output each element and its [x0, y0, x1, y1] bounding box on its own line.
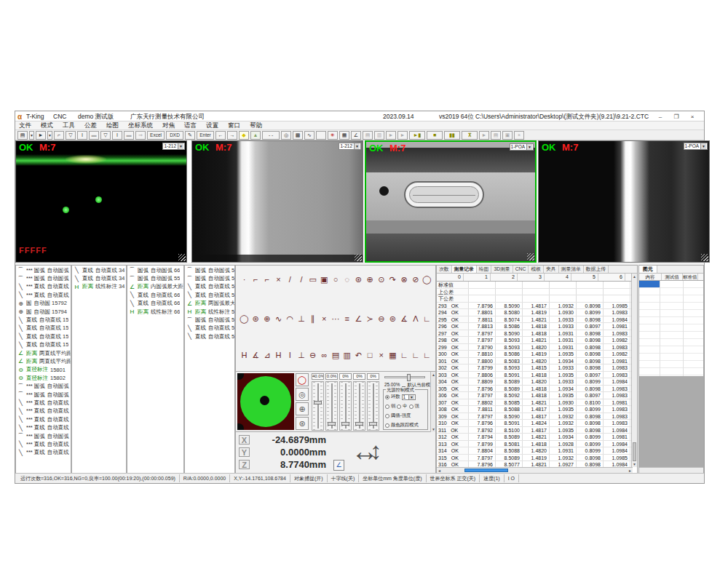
distance-tool[interactable]: H — [239, 350, 250, 361]
delete-tool[interactable]: × — [376, 350, 387, 361]
table-row[interactable]: 308OK 7.8811 8.5088 1.4817 1.0935 0.8099… — [437, 406, 633, 413]
depth-tool[interactable]: ⊥ — [296, 350, 306, 361]
calculator-tool[interactable]: ▦ — [387, 350, 398, 361]
height-tool[interactable]: H — [273, 350, 284, 361]
copy-tool[interactable]: ▥ — [341, 350, 352, 361]
list-button[interactable]: ▥ — [374, 131, 384, 140]
pause-button[interactable]: ▮▮ — [444, 131, 460, 140]
laser-button[interactable]: ✳ — [328, 131, 338, 140]
graph-button[interactable]: ∠ — [351, 131, 361, 140]
feature-item[interactable]: ╲ 直线 自动直线 55 — [185, 324, 234, 332]
table-tab[interactable]: 数据上传 — [584, 266, 609, 273]
curve-button[interactable]: ∿ — [304, 131, 314, 140]
feature-item[interactable]: ⊖ 直径标注 15801 — [16, 366, 71, 374]
camera2-lens-select[interactable]: 1-212▼ — [339, 143, 361, 150]
menu-item[interactable]: 对焦 — [162, 121, 175, 130]
ellipse2-tool[interactable]: ◯ — [239, 314, 250, 324]
feature-item[interactable]: ╲ 直线 自动直线 15 — [16, 316, 71, 324]
feature-item[interactable]: ╲ *** 直线 自动直线 — [16, 423, 71, 431]
dxd-export-button[interactable]: DXD — [166, 131, 183, 140]
menu-item[interactable]: 工具 — [63, 121, 75, 130]
probe-button[interactable]: ▽ — [66, 131, 76, 140]
vertex-angle-tool[interactable]: Λ — [410, 314, 421, 324]
undo-tool[interactable]: ↶ — [353, 350, 364, 361]
ring-count-select[interactable]: 1▼ — [402, 394, 416, 400]
feature-item[interactable]: ⌒ 圆弧 自动圆弧 55 — [185, 274, 234, 282]
resize-grip-icon[interactable] — [355, 254, 362, 261]
selected-cell[interactable] — [639, 281, 660, 287]
table-row[interactable]: 312OK 7.8794 8.5089 1.4821 1.0934 0.8099… — [437, 434, 633, 441]
feature-item[interactable]: ╲ *** 直线 自动直线 — [16, 399, 71, 407]
keyboard-tool[interactable]: ▤ — [331, 350, 341, 361]
ring-scan-tool[interactable]: ⊘ — [410, 274, 421, 285]
feature-item[interactable]: ╲ *** 直线 自动直线 — [16, 291, 71, 299]
threshold-option[interactable]: 阈值-强度 — [385, 412, 411, 419]
qr-code-button[interactable]: ▦ — [339, 131, 349, 140]
slope-tool[interactable]: ⊿ — [261, 350, 272, 361]
brightness-slider[interactable] — [384, 376, 425, 378]
table-tab[interactable]: 测量清单 — [559, 266, 584, 273]
feature-item[interactable]: ╲ *** 直线 自动直线 — [16, 283, 71, 291]
symmetry-tool[interactable]: ≻ — [365, 314, 376, 324]
table-tab[interactable]: 夹具 — [544, 266, 559, 273]
element-panel-body[interactable] — [639, 281, 703, 376]
table-row[interactable]: 下公差 — [437, 295, 633, 303]
circle-circle-tool[interactable]: ⊚ — [387, 314, 398, 324]
menu-item[interactable]: 绘图 — [106, 121, 119, 130]
ring-quadrant-button[interactable]: ⊕ — [296, 402, 309, 415]
curve-tool[interactable]: ∿ — [273, 314, 284, 324]
table-row[interactable]: 307OK 7.8802 8.5085 1.4821 1.0930 0.8100… — [437, 399, 633, 407]
ring-count-option[interactable]: 环数 1▼ — [385, 394, 416, 400]
radio-icon[interactable] — [385, 423, 389, 428]
image-button[interactable]: ▲ — [250, 131, 261, 140]
table-row[interactable]: 304OK 7.8809 8.5089 1.4820 1.0933 0.8099… — [437, 378, 633, 386]
table-row[interactable]: 315OK 7.8797 8.5089 1.4819 1.0932 0.8098… — [437, 455, 633, 462]
light-slider-track[interactable] — [339, 381, 352, 431]
angle2-tool[interactable]: ∡ — [399, 314, 410, 324]
dashed-circle-tool[interactable]: ◌ — [341, 274, 352, 285]
ring-inner-button[interactable]: ◎ — [296, 388, 309, 401]
line-tool[interactable]: / — [285, 274, 296, 285]
scrollbar-thumb[interactable] — [464, 469, 508, 472]
angle-mode-button[interactable]: ∠ — [333, 460, 344, 471]
scroll-up-icon[interactable]: ▲ — [633, 274, 636, 279]
resize-grip-icon[interactable] — [178, 254, 186, 261]
camera-view-3-selected[interactable]: OK M:7 1-POA▼ — [365, 140, 537, 263]
auto-circle-scan-tool[interactable]: ⊕ — [365, 274, 376, 285]
feature-item[interactable]: ╲ 直线 自动直线 15 — [16, 332, 71, 340]
table-row[interactable]: 298OK 7.8797 8.5093 1.4821 1.0931 0.8098… — [437, 337, 633, 344]
table-row[interactable]: 296OK 7.8813 8.5086 1.4818 1.0933 0.8097… — [437, 323, 633, 330]
stage2-button[interactable]: Ι — [112, 131, 122, 140]
line-set-tool[interactable]: ≡ — [341, 314, 352, 324]
menu-item[interactable]: 窗口 — [228, 121, 240, 130]
radio-icon[interactable] — [397, 404, 401, 409]
concentric-circle-tool[interactable]: ⊙ — [376, 274, 387, 285]
feature-item[interactable]: H 距离 线性标注 66 — [127, 308, 183, 316]
position-tool[interactable]: ⊖ — [307, 350, 318, 361]
light-slider-thumb[interactable] — [328, 422, 336, 426]
feature-item[interactable]: ⊖ 直径标注 15802 — [16, 374, 71, 382]
feature-item[interactable]: ╲ 直线 自动直线 34 — [72, 274, 126, 282]
enter-button[interactable]: Enter — [197, 131, 214, 140]
light-bulb-button[interactable]: ◆ — [239, 131, 249, 140]
feature-item[interactable]: ╲ 直线 自动直线 55 — [185, 332, 234, 340]
view-glasses-tool[interactable]: ∞ — [319, 350, 330, 361]
angle-tool[interactable]: ∠ — [353, 314, 364, 324]
table-vertical-scrollbar[interactable]: ▲ ▼ — [631, 274, 637, 467]
element-panel-scrollbar[interactable] — [639, 467, 703, 473]
rect-tool[interactable]: ▭ — [307, 274, 318, 285]
table-row[interactable]: 311OK 7.8792 8.5100 1.4817 1.0935 0.8098… — [437, 427, 633, 434]
pattern-circle2-tool[interactable]: ⊕ — [261, 314, 272, 324]
magnifier-button[interactable]: ◎ — [281, 131, 291, 140]
feature-item[interactable]: ⌒ *** 圆弧 自动圆弧 — [16, 274, 71, 282]
cross-tool[interactable]: × — [273, 274, 284, 285]
camera4-lens-select[interactable]: 1-POA▼ — [684, 143, 708, 150]
feature-item[interactable]: ⌒ 圆弧 自动圆弧 55 — [185, 316, 234, 324]
folder-button[interactable]: ▣ — [502, 131, 513, 140]
pen-button[interactable]: ✎ — [185, 131, 195, 140]
table-row[interactable]: 309OK 7.8797 8.5090 1.4817 1.0932 0.8098… — [437, 413, 633, 420]
radio-icon[interactable] — [409, 404, 414, 409]
feature-item[interactable]: H 距离 线性标注 34 — [72, 283, 126, 291]
light-slider-track[interactable] — [325, 381, 338, 431]
parallel-tool[interactable]: ∥ — [307, 314, 318, 324]
